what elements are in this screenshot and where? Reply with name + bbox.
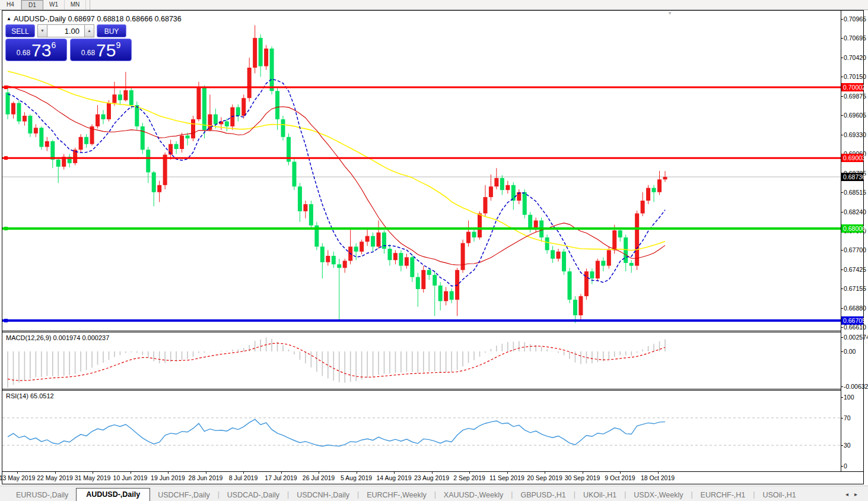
date-label: 14 Aug 2019 <box>377 474 412 481</box>
macd-pane <box>2 332 841 389</box>
date-tick <box>55 472 56 474</box>
chart-tab-usdcad-daily[interactable]: USDCAD-,Daily <box>220 489 287 501</box>
date-label: 17 Jul 2019 <box>265 474 297 481</box>
date-tick <box>357 472 357 474</box>
date-tick <box>168 472 168 474</box>
chart-tab-audusd-daily[interactable]: AUDUSD-,Daily <box>76 488 150 501</box>
date-label: 22 May 2019 <box>37 474 73 481</box>
macd-signal-line <box>8 343 665 380</box>
rsi-axis-label: 70 <box>844 414 851 421</box>
date-tick <box>243 472 244 474</box>
date-tick <box>394 472 395 474</box>
price-tick-label: 0.69875 <box>844 93 866 100</box>
price-tick-label: 0.70420 <box>844 54 866 61</box>
chart-frame: ▼ ▲AUDUSD-,Daily 0.68697 0.68818 0.68666… <box>2 10 864 484</box>
sell-price-pip: 6 <box>51 41 56 49</box>
volume-decrease-button[interactable]: ▼ <box>37 24 47 37</box>
date-label: 2 Sep 2019 <box>453 474 485 481</box>
chart-tab-usdcnh-daily[interactable]: USDCNH-,Daily <box>289 489 357 501</box>
macd-axis-label: -0.006326 <box>844 383 868 390</box>
chart-tab-eurusd-daily[interactable]: EURUSD-,Daily <box>8 489 76 501</box>
chart-tab-usoil-h1[interactable]: USOil-,H1 <box>755 489 803 501</box>
date-label: 18 Oct 2019 <box>641 474 675 481</box>
sell-price-big: 73 <box>31 42 51 59</box>
date-tick <box>507 472 508 474</box>
tab-scroll-left-icon[interactable]: ◂ <box>845 491 854 497</box>
date-label: 31 May 2019 <box>75 474 111 481</box>
chart-tab-usdx-weekly[interactable]: USDX-,Weekly <box>626 489 691 501</box>
date-tick <box>583 472 583 474</box>
autoscroll-marker-icon: ▼ <box>667 11 672 16</box>
date-tick <box>93 472 93 474</box>
date-label: 28 Jun 2019 <box>189 474 223 481</box>
date-label: 19 Jun 2019 <box>151 474 185 481</box>
price-axis: 0.709650.706950.704200.701500.698750.696… <box>841 11 863 471</box>
chart-title-text: AUDUSD-,Daily 0.68697 0.68818 0.68666 0.… <box>14 15 182 23</box>
date-label: 10 Jun 2019 <box>113 474 148 481</box>
line-anchor[interactable] <box>4 227 8 230</box>
price-tick-label: 0.70965 <box>844 15 866 23</box>
timeframe-button-h4[interactable]: H4 <box>0 0 21 9</box>
price-tick-label: 0.69330 <box>844 131 866 138</box>
date-tick <box>281 472 282 474</box>
date-tick <box>206 472 206 474</box>
buy-button[interactable]: BUY <box>97 24 126 37</box>
buy-price-big: 75 <box>96 42 116 59</box>
line-anchor[interactable] <box>4 319 8 322</box>
tab-scroll-arrows: ◂▸ <box>845 491 863 497</box>
chart-tab-bar: EURUSD-,DailyAUDUSD-,DailyUSDCHF-,Daily|… <box>0 486 868 501</box>
chart-tab-xauusd-weekly[interactable]: XAUUSD-,Weekly <box>436 489 511 501</box>
timeframe-buttons: H4D1W1MN <box>0 0 86 9</box>
date-label: 5 Aug 2019 <box>341 474 372 481</box>
buy-price-base: 0.68 <box>81 46 95 59</box>
date-tick <box>319 472 319 474</box>
date-tick <box>17 472 18 474</box>
macd-label: MACD(12,26,9) 0.001974 0.000237 <box>6 334 109 341</box>
price-tick-label: 0.66880 <box>844 305 866 312</box>
price-tick-label: 0.70150 <box>844 73 866 80</box>
price-badge-0.68006: 0.68006 <box>841 224 863 233</box>
line-anchor[interactable] <box>4 85 8 89</box>
timeframe-button-d1[interactable]: D1 <box>21 0 43 9</box>
tab-scroll-right-icon[interactable]: ▸ <box>854 491 863 497</box>
price-tick-label: 0.68515 <box>844 189 866 196</box>
rsi-axis-label: 100 <box>844 394 854 401</box>
date-label: 30 Sep 2019 <box>565 474 600 481</box>
price-tick-label: 0.67155 <box>844 285 866 292</box>
chart-tab-eurchf-h1[interactable]: EURCHF-,H1 <box>693 489 753 501</box>
macd-axis-label: 0.002574 <box>844 334 868 341</box>
volume-input[interactable] <box>47 24 84 37</box>
timeframe-toolbar: H4D1W1MN <box>0 0 868 10</box>
ma-fast-line <box>8 79 665 286</box>
timeframe-button-w1[interactable]: W1 <box>43 0 65 9</box>
macd-histogram <box>8 338 665 388</box>
rsi-axis-label: 30 <box>844 442 851 449</box>
date-axis: 13 May 201922 May 201931 May 201910 Jun … <box>2 472 863 484</box>
chart-tab-gbpusd-h1[interactable]: GBPUSD-,H1 <box>513 489 573 501</box>
date-tick <box>469 472 470 474</box>
date-label: 23 Aug 2019 <box>414 474 449 481</box>
terminal-window: H4D1W1MN ▼ ▲AUDUSD-,Daily 0.68697 0.6881… <box>0 0 868 501</box>
macd-axis-label: 0.00 <box>844 348 856 355</box>
buy-price-box[interactable]: 0.68 75 9 <box>70 39 132 61</box>
date-label: 26 Jul 2019 <box>303 474 335 481</box>
date-tick <box>432 472 433 474</box>
rsi-chart <box>2 391 841 471</box>
rsi-label: RSI(14) 65.0512 <box>6 392 54 399</box>
volume-increase-button[interactable]: ▲ <box>84 24 94 37</box>
rsi-axis-label: 0 <box>844 462 847 470</box>
price-badge-0.66705: 0.66705 <box>841 316 863 325</box>
sell-price-box[interactable]: 0.68 73 6 <box>5 39 67 61</box>
price-tick-label: 0.67700 <box>844 246 866 253</box>
line-anchor[interactable] <box>4 156 8 160</box>
rsi-line <box>8 419 665 446</box>
macd-chart <box>2 332 841 389</box>
chart-tab-usdchf-daily[interactable]: USDCHF-,Daily <box>150 489 218 501</box>
chart-tab-ukoil-h1[interactable]: UKOil-,H1 <box>576 489 624 501</box>
timeframe-button-mn[interactable]: MN <box>65 0 86 9</box>
one-click-trade-panel: SELL ▼ ▲ BUY 0.68 73 6 0.68 75 9 <box>5 24 135 61</box>
chart-tab-eurchf-weekly[interactable]: EURCHF-,Weekly <box>359 489 434 501</box>
chart-title: ▲AUDUSD-,Daily 0.68697 0.68818 0.68666 0… <box>7 15 182 23</box>
sell-button[interactable]: SELL <box>5 24 35 37</box>
date-label: 8 Jul 2019 <box>229 474 257 481</box>
